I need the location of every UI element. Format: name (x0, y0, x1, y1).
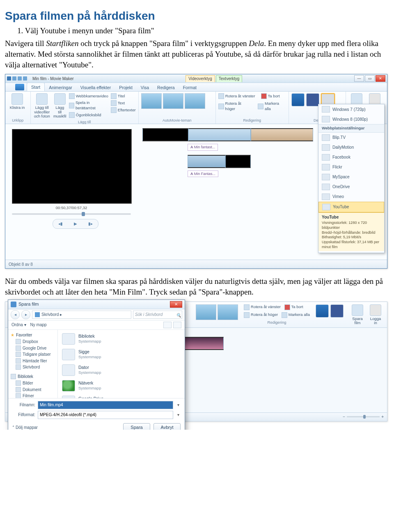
sidebar-item[interactable]: Skrivbord (9, 364, 57, 371)
maximize-button[interactable]: ▭ (365, 75, 375, 82)
filename-input[interactable]: Min film.mp4 (38, 401, 173, 409)
nav-back-button[interactable]: ◂ (11, 310, 20, 319)
sidebar-item[interactable]: Bilder (9, 380, 57, 387)
save-dialog: Spara film ✕ ◂ ▸ Skrivbord ▸ Sök i Skriv… (8, 299, 185, 430)
clip[interactable] (225, 155, 251, 168)
caption-chip[interactable]: Min Fantas... (188, 170, 218, 177)
menu-item-flickr[interactable]: Flickr (318, 162, 384, 172)
hide-folders-button[interactable]: ˄Dölj mappar (12, 425, 38, 430)
theme-thumb[interactable] (218, 304, 238, 320)
filename-dropdown[interactable]: ▾ (176, 402, 181, 408)
sidebar-item[interactable]: Google Drive (9, 345, 57, 352)
contextual-tab-text[interactable]: Textverktyg (216, 75, 243, 82)
credits-button[interactable]: Eftertexter (111, 107, 136, 113)
theme-thumb[interactable] (141, 93, 162, 109)
menu-item-myspace[interactable]: MySpace (318, 172, 384, 182)
share-facebook-button[interactable] (330, 304, 344, 318)
snapshot-button[interactable]: Ögonblicksbild (69, 112, 108, 118)
search-input[interactable]: Sök i Skrivbord🔍 (133, 311, 182, 319)
zoom-out-icon[interactable]: − (343, 414, 345, 420)
desktop-icon (16, 364, 21, 370)
menu-item-vimeo[interactable]: Vimeo (318, 192, 384, 202)
sidebar-item[interactable]: Hämtade filer (9, 358, 57, 364)
play-button[interactable]: ▶ (74, 221, 77, 227)
clip[interactable] (142, 128, 188, 141)
page-title: Spara filmen på hårddisken (5, 8, 389, 24)
delete-button[interactable]: Ta bort (261, 93, 280, 99)
sidebar-item[interactable]: Dokument (9, 387, 57, 393)
tab-animeringar[interactable]: Animeringar (45, 83, 76, 91)
view-button[interactable] (163, 322, 172, 328)
clip[interactable] (251, 128, 313, 141)
tab-format[interactable]: Format (179, 83, 201, 91)
list-item[interactable]: SiggeSystemmapp (62, 349, 181, 360)
dialog-file-list[interactable]: BibliotekSystemmapp SiggeSystemmapp Dato… (58, 330, 185, 398)
help-button[interactable] (173, 322, 181, 328)
tab-visa[interactable]: Visa (137, 83, 153, 91)
menu-item-win8[interactable]: Windows 8 (1080p) (318, 114, 384, 124)
dialog-close-button[interactable]: ✕ (170, 301, 182, 308)
sidebar-item[interactable]: Tidigare platser (9, 351, 57, 358)
theme-thumb[interactable] (163, 93, 183, 109)
tab-visuella[interactable]: Visuella effekter (76, 83, 115, 91)
close-button[interactable]: ✕ (376, 75, 385, 82)
automovie-gallery[interactable] (141, 93, 213, 117)
save-button[interactable]: Spara (123, 423, 150, 430)
theme-thumb[interactable] (185, 93, 205, 109)
zoom-in-icon[interactable]: + (381, 414, 384, 420)
share-onedrive-button[interactable] (316, 304, 329, 318)
caption-chip[interactable]: Min fantast... (188, 144, 218, 150)
paste-button[interactable]: Klistra in (8, 93, 27, 110)
zoom-control[interactable]: − + (343, 414, 384, 420)
file-tab[interactable] (15, 84, 24, 90)
breadcrumb[interactable]: Skrivbord ▸ (32, 311, 131, 319)
select-all-button[interactable]: Markera alla (258, 101, 286, 112)
new-folder-button[interactable]: Ny mapp (30, 322, 47, 328)
rotate-right-button[interactable]: Rotera åt höger (218, 101, 252, 112)
share-facebook-button[interactable] (306, 93, 319, 106)
add-music-button[interactable]: Lägg till musikfil (53, 93, 66, 118)
sign-in-button[interactable]: Logga in (368, 304, 383, 327)
prev-button[interactable]: ◂▮ (58, 221, 63, 227)
list-item[interactable]: DatorSystemmapp (62, 364, 181, 376)
share-onedrive-button[interactable] (291, 93, 305, 106)
organize-button[interactable]: Ordna ▾ (11, 322, 26, 328)
next-button[interactable]: ▮▸ (88, 221, 93, 227)
menu-item-win7[interactable]: Windows 7 (720p) (318, 104, 384, 114)
title-button[interactable]: Titel (111, 93, 136, 99)
rotate-left-button[interactable]: Rotera åt vänster (218, 93, 255, 99)
menu-item-blip[interactable]: Blip.TV (318, 133, 384, 143)
add-video-button[interactable]: Lägg till videofiler och foton (33, 93, 51, 118)
contextual-tab-video[interactable]: Videoverktyg (186, 75, 215, 82)
zoom-slider[interactable] (347, 416, 380, 417)
clip[interactable] (188, 155, 225, 168)
webcam-button[interactable]: Webbkameravideo (69, 93, 108, 99)
tab-start[interactable]: Start (27, 83, 45, 91)
menu-item-dailymotion[interactable]: DailyMotion (318, 143, 384, 152)
tab-redigera[interactable]: Redigera (153, 83, 179, 91)
minimize-button[interactable]: — (354, 75, 364, 82)
menu-item-facebook[interactable]: Facebook (318, 152, 384, 162)
fileformat-dropdown[interactable]: ▾ (176, 412, 181, 418)
theme-thumb[interactable] (196, 304, 216, 320)
rotate-right-button[interactable]: Rotera åt höger Markera alla (244, 312, 310, 318)
qat-redo-icon[interactable] (23, 76, 27, 81)
menu-item-youtube[interactable]: YouTube (318, 202, 384, 212)
save-movie-button[interactable]: Spara film (349, 304, 366, 327)
rotate-left-button[interactable]: Rotera åt vänster Ta bort (244, 304, 310, 310)
sidebar-item[interactable]: Filmer (9, 393, 57, 398)
narration-button[interactable]: Spela in berättarröst (69, 100, 108, 111)
list-item[interactable]: BibliotekSystemmapp (62, 333, 181, 345)
qat-save-icon[interactable] (12, 76, 16, 81)
sidebar-item[interactable]: Dropbox (9, 339, 57, 345)
cancel-button[interactable]: Avbryt (153, 423, 181, 430)
list-item[interactable]: NätverkSystemmapp (62, 380, 181, 392)
seek-bar[interactable] (12, 213, 131, 215)
fileformat-select[interactable]: MPEG-4/H.264-videofil (*.mp4) (38, 411, 173, 419)
tab-projekt[interactable]: Projekt (115, 83, 137, 91)
caption-button[interactable]: Text (111, 100, 136, 106)
qat-undo-icon[interactable] (18, 76, 22, 81)
menu-item-onedrive[interactable]: OneDrive (318, 182, 384, 192)
nav-forward-button[interactable]: ▸ (21, 310, 30, 319)
clip[interactable] (188, 128, 251, 141)
